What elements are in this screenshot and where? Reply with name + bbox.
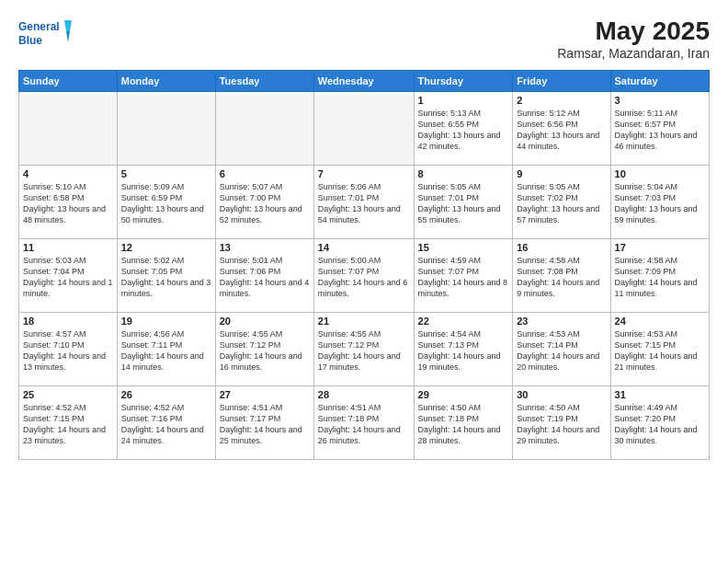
sunset-label: Sunset: <box>318 414 348 423</box>
day-cell: 4 Sunrise: 5:10 AM Sunset: 6:58 PM Dayli… <box>19 166 118 239</box>
day-number: 28 <box>318 389 410 400</box>
sunset-time: 7:20 PM <box>645 414 677 423</box>
column-header-monday: Monday <box>117 71 215 92</box>
day-number: 19 <box>121 316 211 327</box>
daylight-label: Daylight: 14 hours and 13 minutes. <box>23 351 106 372</box>
sunset-time: 7:13 PM <box>449 340 480 350</box>
sunset-label: Sunset: <box>517 120 547 129</box>
daylight-label: Daylight: 14 hours and 11 minutes. <box>615 278 698 298</box>
day-cell: 7 Sunrise: 5:06 AM Sunset: 7:01 PM Dayli… <box>313 166 414 239</box>
sunrise-time: 4:52 AM <box>56 403 86 412</box>
svg-marker-3 <box>66 31 70 42</box>
day-number: 27 <box>220 389 310 400</box>
sunset-time: 7:01 PM <box>348 193 380 202</box>
day-info: Sunrise: 4:56 AM Sunset: 7:11 PM Dayligh… <box>121 328 211 373</box>
day-number: 26 <box>121 389 211 400</box>
sunrise-time: 5:09 AM <box>154 182 184 191</box>
sunrise-label: Sunrise: <box>418 403 451 412</box>
sunset-label: Sunset: <box>517 414 547 423</box>
day-cell: 14 Sunrise: 5:00 AM Sunset: 7:07 PM Dayl… <box>313 239 414 313</box>
day-info: Sunrise: 5:05 AM Sunset: 7:01 PM Dayligh… <box>418 181 509 226</box>
day-number: 15 <box>418 242 509 253</box>
day-info: Sunrise: 4:57 AM Sunset: 7:10 PM Dayligh… <box>23 328 113 373</box>
daylight-label: Daylight: 14 hours and 28 minutes. <box>418 425 501 445</box>
sunrise-label: Sunrise: <box>318 182 351 191</box>
sunset-label: Sunset: <box>220 193 250 202</box>
day-cell: 8 Sunrise: 5:05 AM Sunset: 7:01 PM Dayli… <box>414 166 513 239</box>
sunrise-time: 4:53 AM <box>550 329 580 339</box>
logo: General Blue <box>18 17 74 52</box>
sunset-time: 7:04 PM <box>53 267 85 276</box>
sunrise-label: Sunrise: <box>23 182 56 191</box>
sunset-label: Sunset: <box>23 267 53 276</box>
day-cell: 30 Sunrise: 4:50 AM Sunset: 7:19 PM Dayl… <box>513 386 610 460</box>
day-info: Sunrise: 4:59 AM Sunset: 7:07 PM Dayligh… <box>418 255 509 300</box>
sunset-time: 7:18 PM <box>348 414 380 423</box>
day-number: 18 <box>23 316 113 327</box>
sunrise-time: 4:53 AM <box>647 329 677 339</box>
sunset-label: Sunset: <box>318 340 348 350</box>
calendar-table: SundayMondayTuesdayWednesdayThursdayFrid… <box>18 70 710 460</box>
page: General Blue May 2025 Ramsar, Mazandaran… <box>0 0 728 563</box>
day-cell: 24 Sunrise: 4:53 AM Sunset: 7:15 PM Dayl… <box>610 313 709 386</box>
day-number: 6 <box>220 168 310 179</box>
day-number: 1 <box>418 95 509 106</box>
sunset-label: Sunset: <box>517 193 547 202</box>
day-cell: 27 Sunrise: 4:51 AM Sunset: 7:17 PM Dayl… <box>215 386 313 460</box>
daylight-label: Daylight: 14 hours and 19 minutes. <box>418 351 501 372</box>
main-title: May 2025 <box>557 17 710 46</box>
day-cell: 29 Sunrise: 4:50 AM Sunset: 7:18 PM Dayl… <box>414 386 513 460</box>
day-info: Sunrise: 5:00 AM Sunset: 7:07 PM Dayligh… <box>318 255 410 300</box>
sunrise-label: Sunrise: <box>615 109 648 118</box>
daylight-label: Daylight: 13 hours and 44 minutes. <box>517 131 599 151</box>
sunrise-label: Sunrise: <box>615 256 648 265</box>
day-number: 12 <box>121 242 211 253</box>
sunset-time: 7:01 PM <box>449 193 480 202</box>
daylight-label: Daylight: 14 hours and 26 minutes. <box>318 425 401 445</box>
sunset-time: 7:17 PM <box>250 414 281 423</box>
day-cell: 16 Sunrise: 4:58 AM Sunset: 7:08 PM Dayl… <box>513 239 610 313</box>
sunset-label: Sunset: <box>23 414 53 423</box>
sunrise-time: 4:50 AM <box>450 403 481 412</box>
day-info: Sunrise: 5:03 AM Sunset: 7:04 PM Dayligh… <box>23 255 113 300</box>
sunset-time: 7:15 PM <box>645 340 677 350</box>
sunrise-label: Sunrise: <box>121 182 154 191</box>
day-number: 25 <box>23 389 113 400</box>
day-info: Sunrise: 4:52 AM Sunset: 7:16 PM Dayligh… <box>121 402 211 447</box>
sunrise-time: 4:59 AM <box>450 256 481 265</box>
day-cell: 23 Sunrise: 4:53 AM Sunset: 7:14 PM Dayl… <box>513 313 610 386</box>
day-info: Sunrise: 5:07 AM Sunset: 7:00 PM Dayligh… <box>220 181 310 226</box>
sunrise-label: Sunrise: <box>318 329 351 339</box>
day-cell: 5 Sunrise: 5:09 AM Sunset: 6:59 PM Dayli… <box>117 166 215 239</box>
calendar-header-row: SundayMondayTuesdayWednesdayThursdayFrid… <box>19 71 710 92</box>
sunrise-label: Sunrise: <box>318 403 351 412</box>
sunset-label: Sunset: <box>121 340 152 350</box>
sunrise-label: Sunrise: <box>517 256 550 265</box>
sunset-label: Sunset: <box>517 340 547 350</box>
column-header-friday: Friday <box>513 71 610 92</box>
day-cell: 20 Sunrise: 4:55 AM Sunset: 7:12 PM Dayl… <box>215 313 313 386</box>
day-number: 16 <box>517 242 606 253</box>
svg-marker-2 <box>64 20 72 31</box>
sunrise-time: 4:55 AM <box>252 329 282 339</box>
sunset-time: 7:10 PM <box>53 340 85 350</box>
day-info: Sunrise: 5:01 AM Sunset: 7:06 PM Dayligh… <box>220 255 310 300</box>
sunset-time: 7:12 PM <box>348 340 380 350</box>
day-cell: 13 Sunrise: 5:01 AM Sunset: 7:06 PM Dayl… <box>215 239 313 313</box>
day-info: Sunrise: 4:52 AM Sunset: 7:15 PM Dayligh… <box>23 402 113 447</box>
daylight-label: Daylight: 14 hours and 29 minutes. <box>517 425 599 445</box>
day-cell: 3 Sunrise: 5:11 AM Sunset: 6:57 PM Dayli… <box>610 92 709 166</box>
sunrise-time: 5:07 AM <box>252 182 282 191</box>
day-number: 11 <box>23 242 113 253</box>
sunset-label: Sunset: <box>318 267 348 276</box>
day-info: Sunrise: 5:02 AM Sunset: 7:05 PM Dayligh… <box>121 255 211 300</box>
day-number: 22 <box>418 316 509 327</box>
daylight-label: Daylight: 14 hours and 16 minutes. <box>220 351 302 372</box>
sunset-label: Sunset: <box>121 267 152 276</box>
daylight-label: Daylight: 14 hours and 25 minutes. <box>220 425 302 445</box>
sunrise-time: 4:50 AM <box>550 403 580 412</box>
sunset-time: 7:06 PM <box>250 267 281 276</box>
sunset-label: Sunset: <box>220 414 250 423</box>
sunrise-time: 5:05 AM <box>450 182 481 191</box>
day-number: 4 <box>23 168 113 179</box>
